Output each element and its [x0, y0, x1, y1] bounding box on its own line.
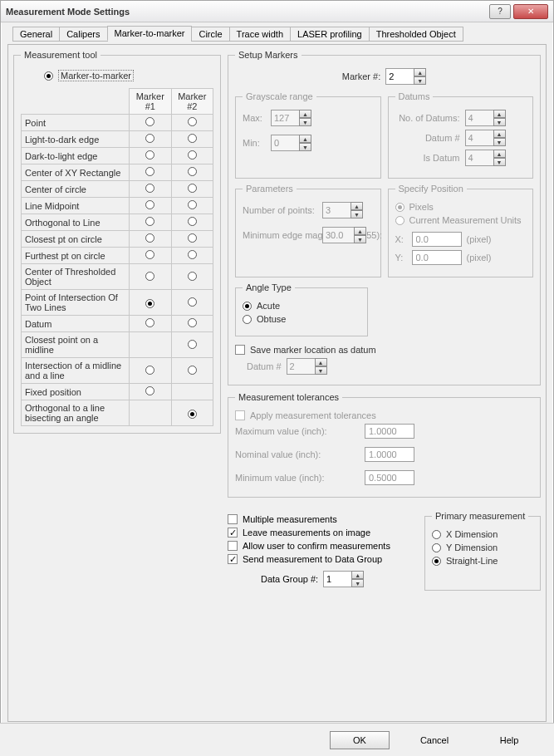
up-icon[interactable]: ▲	[414, 68, 426, 76]
npoints-field[interactable]	[322, 202, 351, 218]
datums-isd-input[interactable]: ▲▼	[465, 150, 506, 166]
edge-field[interactable]	[322, 227, 354, 243]
dg-input[interactable]: ▲▼	[323, 571, 364, 587]
radio-cell[interactable]	[171, 115, 213, 131]
down-icon[interactable]: ▼	[414, 76, 426, 85]
help-icon[interactable]: ?	[489, 4, 511, 19]
multi-check-row[interactable]: Multiple measurements	[228, 514, 414, 524]
gray-min-field[interactable]	[271, 135, 299, 151]
radio-cell[interactable]	[171, 248, 213, 264]
radio-cell[interactable]	[130, 290, 171, 316]
checkbox-icon[interactable]	[228, 554, 238, 564]
gray-min-input[interactable]: ▲▼	[271, 135, 311, 151]
acute-radio[interactable]: Acute	[243, 301, 360, 311]
primary-sl-radio[interactable]: Straight-Line	[432, 556, 533, 566]
radio-cell[interactable]	[130, 181, 171, 198]
up-icon[interactable]: ▲	[493, 130, 506, 138]
primary-x-radio[interactable]: X Dimension	[432, 529, 533, 539]
down-icon[interactable]: ▼	[493, 158, 506, 166]
tab-trace-width[interactable]: Trace width	[229, 27, 291, 42]
radio-cell[interactable]	[171, 231, 213, 248]
x-field[interactable]	[412, 232, 462, 247]
radio-icon[interactable]	[44, 71, 53, 81]
checkbox-icon[interactable]	[228, 541, 238, 551]
radio-cell[interactable]	[171, 400, 213, 426]
radio-icon[interactable]	[145, 366, 154, 375]
ok-button[interactable]: OK	[330, 731, 390, 749]
send-check-row[interactable]: Send measurement to Data Group	[228, 554, 414, 564]
up-icon[interactable]: ▲	[354, 227, 366, 235]
radio-icon[interactable]	[243, 302, 252, 311]
radio-icon[interactable]	[145, 184, 154, 193]
confirm-check-row[interactable]: Allow user to confirm measurements	[228, 541, 414, 551]
radio-icon[interactable]	[188, 167, 197, 176]
radio-icon[interactable]	[432, 557, 441, 566]
radio-cell[interactable]	[171, 316, 213, 332]
radio-cell[interactable]	[130, 384, 171, 400]
radio-cell[interactable]	[130, 316, 171, 332]
up-icon[interactable]: ▲	[299, 135, 311, 143]
down-icon[interactable]: ▼	[299, 118, 311, 126]
datums-isd-field[interactable]	[465, 150, 493, 166]
cancel-button[interactable]: Cancel	[404, 731, 464, 749]
radio-icon[interactable]	[188, 340, 197, 349]
radio-icon[interactable]	[145, 150, 154, 160]
radio-icon[interactable]	[145, 200, 154, 209]
radio-cell[interactable]	[171, 358, 213, 384]
up-icon[interactable]: ▲	[351, 202, 363, 210]
down-icon[interactable]: ▼	[493, 138, 506, 146]
dg-field[interactable]	[323, 571, 351, 587]
radio-icon[interactable]	[188, 410, 197, 419]
radio-icon[interactable]	[188, 184, 197, 193]
checkbox-icon[interactable]	[235, 345, 245, 355]
radio-cell[interactable]	[171, 332, 213, 358]
help-button[interactable]: Help	[479, 731, 539, 749]
radio-cell[interactable]	[130, 214, 171, 231]
radio-icon[interactable]	[145, 386, 154, 395]
radio-cell[interactable]	[171, 264, 213, 290]
tab-thresholded-object[interactable]: Thresholded Object	[369, 27, 463, 42]
up-icon[interactable]: ▲	[315, 358, 327, 366]
tol-nom-field[interactable]	[365, 447, 414, 462]
down-icon[interactable]: ▼	[351, 210, 363, 218]
radio-icon[interactable]	[395, 203, 404, 212]
save-dnum-field[interactable]	[287, 358, 315, 375]
close-icon[interactable]: ✕	[513, 4, 548, 19]
radio-cell[interactable]	[130, 198, 171, 214]
tab-marker-to-marker[interactable]: Marker-to-marker	[107, 26, 193, 41]
radio-icon[interactable]	[243, 315, 252, 324]
down-icon[interactable]: ▼	[351, 579, 364, 587]
radio-icon[interactable]	[188, 366, 197, 375]
radio-icon[interactable]	[145, 117, 154, 126]
tab-general[interactable]: General	[12, 27, 60, 42]
radio-cell[interactable]	[130, 115, 171, 131]
radio-icon[interactable]	[188, 117, 197, 126]
radio-icon[interactable]	[432, 543, 441, 552]
radio-icon[interactable]	[145, 299, 154, 308]
radio-icon[interactable]	[188, 318, 197, 327]
apply-tol-check-row[interactable]: Apply measurement tolerances	[235, 410, 533, 420]
radio-cell[interactable]	[130, 231, 171, 248]
save-datum-check-row[interactable]: Save marker location as datum	[235, 345, 533, 355]
radio-icon[interactable]	[188, 233, 197, 243]
tab-laser-profiling[interactable]: LASER profiling	[290, 27, 370, 42]
radio-cell[interactable]	[130, 358, 171, 384]
pixels-radio[interactable]: Pixels	[395, 202, 527, 212]
radio-icon[interactable]	[432, 530, 441, 539]
tol-min-field[interactable]	[365, 470, 414, 485]
radio-cell[interactable]	[171, 131, 213, 148]
radio-cell[interactable]	[171, 181, 213, 198]
radio-icon[interactable]	[188, 200, 197, 209]
down-icon[interactable]: ▼	[315, 366, 327, 375]
radio-icon[interactable]	[145, 134, 154, 143]
radio-cell[interactable]	[171, 148, 213, 164]
radio-cell[interactable]	[130, 264, 171, 290]
mode-radio-row[interactable]: Marker-to-marker	[44, 70, 213, 81]
save-dnum-input[interactable]: ▲▼	[287, 358, 327, 375]
radio-cell[interactable]	[171, 164, 213, 181]
datums-dnum-field[interactable]	[465, 130, 493, 146]
marker-num-input[interactable]: ▲▼	[385, 68, 426, 85]
radio-cell[interactable]	[130, 164, 171, 181]
tab-circle[interactable]: Circle	[191, 27, 229, 42]
radio-cell[interactable]	[130, 248, 171, 264]
